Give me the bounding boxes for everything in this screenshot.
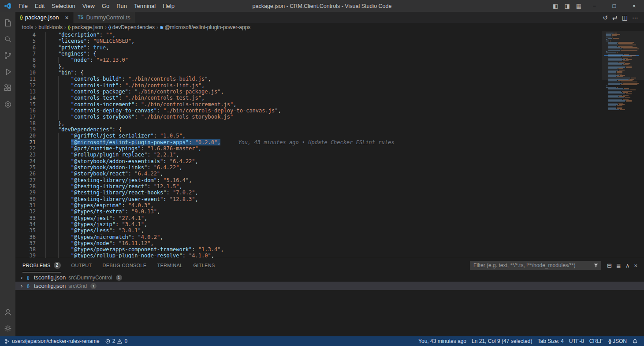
tab-dummycontrol-ts[interactable]: TS DummyControl.ts [74,12,135,23]
code-line-38[interactable]: 38 "@types/powerapps-component-framework… [15,246,600,253]
source-control-icon[interactable] [0,47,15,63]
code-line-15[interactable]: 15 "controls-increment": "./bin/controls… [15,101,600,108]
gitlens-blame-status[interactable]: You, 43 minutes ago [416,336,469,346]
line-number[interactable]: 38 [15,246,36,253]
code-line-29[interactable]: 29 "@testing-library/react-hooks": "7.0.… [15,190,600,196]
code-line-10[interactable]: 10 "bin": { [15,70,600,76]
maximize-panel-icon[interactable]: ∧ [623,262,632,269]
search-icon[interactable] [0,31,15,47]
split-editor-icon[interactable]: ◫ [620,14,630,21]
code-line-30[interactable]: 30 "@testing-library/user-event": "12.8.… [15,196,600,202]
line-number[interactable]: 9 [15,63,36,70]
maximize-button[interactable]: □ [604,0,624,12]
code-line-33[interactable]: 33 "@types/jest": "27.4.1", [15,215,600,221]
chevron-right-icon[interactable]: › [21,274,27,281]
cursor-position-status[interactable]: Ln 21, Col 9 (47 selected) [469,336,535,346]
line-number[interactable]: 8 [15,57,36,63]
code-line-31[interactable]: 31 "@types/esprima": "4.0.3", [15,202,600,208]
code-line-24[interactable]: 24 "@storybook/addon-essentials": "6.4.2… [15,158,600,164]
menu-edit[interactable]: Edit [31,3,48,9]
line-number[interactable]: 26 [15,171,36,177]
collapse-all-icon[interactable]: ⊟ [605,262,614,269]
code-line-25[interactable]: 25 "@storybook/addon-links": "6.4.22", [15,164,600,171]
line-number[interactable]: 36 [15,234,36,240]
explorer-icon[interactable] [0,15,15,31]
breadcrumb-package-json[interactable]: {} package.json [68,24,103,30]
line-number[interactable]: 21 [15,139,36,145]
minimap[interactable] [602,31,644,258]
line-number[interactable]: 6 [15,45,36,51]
code-line-20[interactable]: 20 "@griffel/jest-serializer": "1.0.5", [15,133,600,139]
run-debug-icon[interactable] [0,63,15,80]
close-window-button[interactable]: × [624,0,644,12]
menu-go[interactable]: Go [98,3,113,9]
line-number[interactable]: 24 [15,158,36,164]
toggle-secondary-sidebar-icon[interactable]: ◨ [561,3,573,9]
panel-tab-debug-console[interactable]: DEBUG CONSOLE [103,258,147,272]
line-number[interactable]: 16 [15,108,36,114]
code-line-34[interactable]: 34 "@types/jszip": "3.4.1", [15,221,600,227]
more-actions-icon[interactable]: ⋯ [630,14,640,21]
line-number[interactable]: 39 [15,253,36,258]
settings-gear-icon[interactable] [0,320,15,336]
code-line-18[interactable]: 18 }, [15,120,600,126]
code-line-39[interactable]: 39 "@types/rollup-plugin-node-resolve": … [15,253,600,258]
line-number[interactable]: 37 [15,240,36,246]
code-line-8[interactable]: 8 "node": ">12.13.0" [15,57,600,63]
code-line-37[interactable]: 37 "@types/node": "16.11.12", [15,240,600,246]
line-number[interactable]: 14 [15,95,36,101]
menu-help[interactable]: Help [159,3,178,9]
extensions-icon[interactable] [0,80,15,96]
code-line-13[interactable]: 13 "controls-package": "./bin/controls-p… [15,89,600,95]
code-line-14[interactable]: 14 "controls-test": "./bin/controls-test… [15,95,600,101]
code-line-36[interactable]: 36 "@types/micromatch": "4.0.2", [15,234,600,240]
line-number[interactable]: 30 [15,196,36,202]
panel-tab-gitlens[interactable]: GITLENS [193,258,215,272]
filter-icon[interactable] [593,263,599,268]
problem-row-grid[interactable]: › {} tsconfig.json src\Grid 1 [15,282,644,290]
panel-tab-terminal[interactable]: TERMINAL [157,258,182,272]
code-line-22[interactable]: 22 "@pcf/runtime-typings": "1.6.876-mast… [15,145,600,152]
line-number[interactable]: 23 [15,152,36,158]
line-number[interactable]: 13 [15,89,36,95]
close-panel-icon[interactable]: × [632,262,640,269]
line-number[interactable]: 25 [15,164,36,171]
line-number[interactable]: 27 [15,177,36,183]
line-number[interactable]: 12 [15,82,36,89]
line-number[interactable]: 22 [15,145,36,152]
close-tab-icon[interactable]: × [65,15,68,21]
code-line-26[interactable]: 26 "@storybook/react": "6.4.22", [15,171,600,177]
problems-status-item[interactable]: 2 0 [102,336,130,346]
code-line-23[interactable]: 23 "@rollup/plugin-replace": "2.2.1", [15,152,600,158]
line-number[interactable]: 34 [15,221,36,227]
account-icon[interactable] [0,304,15,320]
encoding-status[interactable]: UTF-8 [566,336,587,346]
line-number[interactable]: 19 [15,126,36,133]
line-number[interactable]: 28 [15,183,36,190]
menu-selection[interactable]: Selection [48,3,78,9]
line-number[interactable]: 7 [15,51,36,57]
gitlens-icon[interactable] [0,96,15,112]
line-number[interactable]: 20 [15,133,36,139]
breadcrumb-tools[interactable]: tools [22,24,33,30]
code-line-4[interactable]: 4 "description": "", [15,32,600,38]
panel-tab-output[interactable]: OUTPUT [71,258,92,272]
line-number[interactable]: 29 [15,190,36,196]
line-number[interactable]: 18 [15,120,36,126]
customize-layout-icon[interactable]: ▦ [573,3,584,9]
code-line-12[interactable]: 12 "controls-lint": "./bin/controls-lint… [15,82,600,89]
eol-status[interactable]: CRLF [587,336,606,346]
code-line-21[interactable]: 21 "@microsoft/eslint-plugin-power-apps"… [15,139,600,145]
code-line-6[interactable]: 6 "private": true, [15,45,600,51]
problem-row-dummycontrol[interactable]: › {} tsconfig.json src\DummyControl 1 [15,273,644,282]
open-changes-icon[interactable]: ⇄ [610,14,620,21]
code-line-11[interactable]: 11 "controls-build": "./bin/controls-bui… [15,76,600,82]
code-line-9[interactable]: 9 }, [15,63,600,70]
tab-size-status[interactable]: Tab Size: 4 [535,336,566,346]
language-mode-status[interactable]: {} JSON [606,336,629,346]
line-number[interactable]: 4 [15,32,36,38]
toggle-sidebar-icon[interactable]: ◧ [550,3,561,9]
line-number[interactable]: 11 [15,76,36,82]
code-editor[interactable]: 4 "description": "",5 "license": "UNLICE… [15,31,644,258]
git-branch-item[interactable]: users/jeparson/checker-rules-rename [2,336,102,346]
